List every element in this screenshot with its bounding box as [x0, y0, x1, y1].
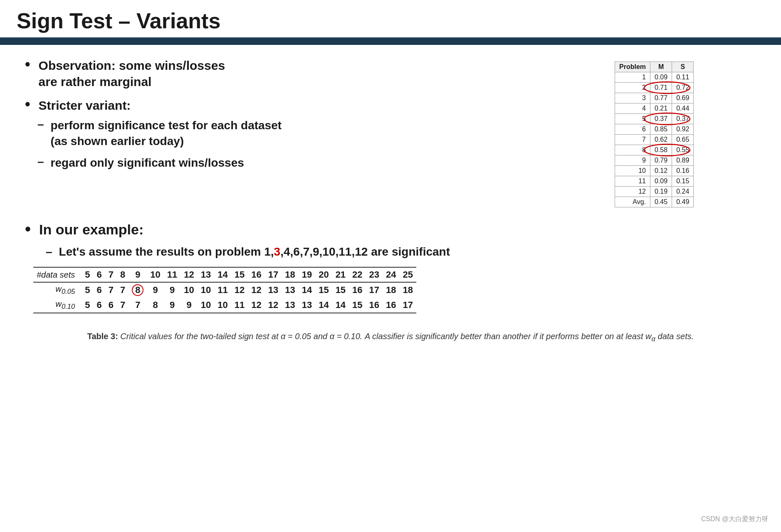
- datasets-val-15: 15: [231, 267, 248, 282]
- datasets-val-16: 16: [248, 267, 264, 282]
- cell-problem: 10: [615, 166, 650, 176]
- w010-val-11: 11: [231, 298, 248, 313]
- w010-val-9: 9: [164, 298, 180, 313]
- w005-val-13: 13: [265, 282, 282, 298]
- cell-m: 0.09: [650, 72, 672, 83]
- w010-val-15: 15: [349, 298, 366, 313]
- w010-val-14b: 14: [332, 298, 349, 313]
- sub-text-2: regard only significant wins/losses: [51, 155, 244, 171]
- sub-item-2: – regard only significant wins/losses: [25, 155, 282, 171]
- w005-val-15b: 15: [332, 282, 349, 298]
- datasets-val-7: 7: [105, 267, 117, 282]
- table-row-avg: Avg. 0.45 0.49: [615, 197, 694, 207]
- w005-val-9: 9: [147, 282, 163, 298]
- datasets-val-5: 5: [82, 267, 93, 282]
- w005-val-12: 12: [231, 282, 248, 298]
- datasets-val-19: 19: [299, 267, 315, 282]
- cell-m-avg: 0.45: [650, 197, 672, 207]
- datasets-val-14: 14: [214, 267, 231, 282]
- w005-val-13b: 13: [282, 282, 298, 298]
- w010-val-6: 6: [94, 298, 105, 313]
- data-table: Problem M S 1 0.09 0.11: [615, 62, 694, 207]
- datasets-val-25: 25: [400, 267, 416, 282]
- cell-m: 0.12: [650, 166, 672, 176]
- bullet-dot-2: •: [25, 96, 30, 113]
- cell-problem: 9: [615, 155, 650, 166]
- table-row: 9 0.79 0.89: [615, 155, 694, 166]
- datasets-table: #data sets 5 6 7 8 9 10 11 12 13 14 15 1…: [33, 267, 416, 313]
- datasets-val-17: 17: [265, 267, 282, 282]
- w005-val-10: 10: [180, 282, 197, 298]
- w005-val-12b: 12: [248, 282, 264, 298]
- sub-dash-2: –: [37, 155, 44, 168]
- cell-m: 0.37: [650, 114, 672, 124]
- w010-val-10: 10: [198, 298, 214, 313]
- datasets-val-21: 21: [332, 267, 349, 282]
- bullet-item-1: • Observation: some wins/lossesare rathe…: [25, 57, 598, 90]
- w010-val-16: 16: [366, 298, 383, 313]
- col-header-m: M: [650, 62, 672, 72]
- cell-problem-avg: Avg.: [615, 197, 650, 207]
- right-table-container: Problem M S 1 0.09 0.11: [615, 62, 764, 209]
- bullet-text-example: In our example:: [39, 222, 143, 238]
- bullet-text-2: Stricter variant:: [39, 97, 131, 113]
- cell-s: 0.72: [672, 83, 694, 93]
- table-row: 12 0.19 0.24: [615, 187, 694, 197]
- cell-m: 0.21: [650, 103, 672, 114]
- circle-8: 8: [132, 284, 143, 296]
- w005-val-11: 11: [214, 282, 231, 298]
- cell-s: 0.24: [672, 187, 694, 197]
- cell-s: 0.37: [672, 114, 694, 124]
- left-content: • Observation: some wins/lossesare rathe…: [25, 57, 598, 209]
- cell-m: 0.79: [650, 155, 672, 166]
- cell-s: 0.92: [672, 124, 694, 135]
- col-header-s: S: [672, 62, 694, 72]
- w005-val-17: 17: [366, 282, 383, 298]
- w010-val-10b: 10: [214, 298, 231, 313]
- red-highlight-3: 3: [274, 245, 281, 258]
- cell-m: 0.62: [650, 135, 672, 145]
- cell-m: 0.09: [650, 176, 672, 187]
- sub-item-example: – Let's assume the results on problem 1,…: [25, 245, 764, 259]
- w005-val-10b: 10: [198, 282, 214, 298]
- cell-problem: 1: [615, 72, 650, 83]
- w010-row: w0.10 5 6 6 7 7 8 9 9 10 10 11 12 12 13 …: [33, 298, 416, 313]
- sub-item-1: – perform significance test for each dat…: [25, 118, 282, 149]
- datasets-val-24: 24: [383, 267, 399, 282]
- cell-problem: 3: [615, 93, 650, 103]
- datasets-val-12: 12: [180, 267, 197, 282]
- datasets-val-10: 10: [147, 267, 163, 282]
- datasets-val-13: 13: [198, 267, 214, 282]
- bullet-list: • Observation: some wins/lossesare rathe…: [25, 57, 598, 176]
- table-row: 7 0.62 0.65: [615, 135, 694, 145]
- bullet-text-1: Observation: some wins/lossesare rather …: [39, 57, 225, 90]
- sub-text-1: perform significance test for each datas…: [51, 118, 282, 149]
- sub-text-before-red: Let's assume the results on problem 1,: [59, 245, 274, 258]
- w010-val-14: 14: [315, 298, 332, 313]
- table-wrapper: Problem M S 1 0.09 0.11: [615, 62, 694, 207]
- datasets-val-11: 11: [164, 267, 180, 282]
- w005-val-18: 18: [383, 282, 399, 298]
- datasets-table-container: #data sets 5 6 7 8 9 10 11 12 13 14 15 1…: [0, 267, 781, 313]
- w010-val-16b: 16: [383, 298, 399, 313]
- datasets-header-row: #data sets 5 6 7 8 9 10 11 12 13 14 15 1…: [33, 267, 416, 282]
- bullet-item-example: • In our example:: [25, 222, 764, 239]
- bullet-item-2: • Stricter variant: – perform significan…: [25, 97, 598, 176]
- col-header-problem: Problem: [615, 62, 650, 72]
- cell-s: 0.11: [672, 72, 694, 83]
- table-row: 10 0.12 0.16: [615, 166, 694, 176]
- separator-bar: [0, 37, 781, 45]
- cell-s: 0.55: [672, 145, 694, 155]
- cell-problem: 4: [615, 103, 650, 114]
- w010-val-6b: 6: [105, 298, 117, 313]
- datasets-label-header: #data sets: [33, 267, 82, 282]
- w005-val-8-circled: 8: [129, 282, 147, 298]
- title-section: Sign Test – Variants: [0, 0, 781, 37]
- datasets-val-8: 8: [117, 267, 129, 282]
- w005-val-18b: 18: [400, 282, 416, 298]
- cell-problem: 6: [615, 124, 650, 135]
- table-row: 8 0.58 0.55: [615, 145, 694, 155]
- w010-val-7: 7: [117, 298, 129, 313]
- cell-problem: 7: [615, 135, 650, 145]
- caption-table-label: Table 3:: [87, 332, 118, 341]
